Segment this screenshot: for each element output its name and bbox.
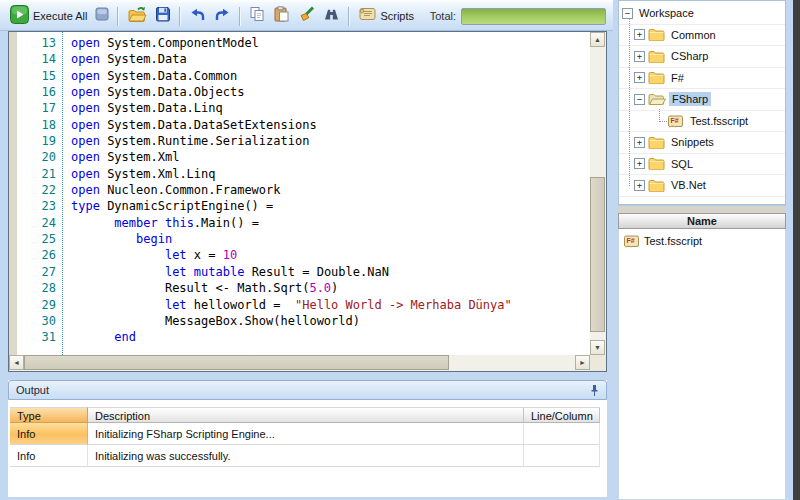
collapse-icon[interactable]: −	[634, 94, 645, 105]
tree-item-label[interactable]: F#	[668, 71, 687, 85]
output-row[interactable]: InfoInitializing was successfully.	[10, 445, 600, 467]
tree-item-label[interactable]: Common	[668, 28, 719, 42]
line-number-gutter: 13141516171819202122232425262728293031	[17, 32, 63, 355]
paste-button[interactable]	[269, 4, 293, 28]
name-column-header[interactable]: Name	[618, 213, 786, 229]
folder-closed-icon	[648, 50, 665, 63]
line-number: 18	[17, 117, 62, 133]
output-title: Output	[16, 384, 49, 396]
undo-icon	[189, 7, 206, 26]
redo-icon	[214, 7, 231, 26]
code-area[interactable]: open System.ComponentModelopen System.Da…	[64, 32, 590, 355]
toolbar-separator	[179, 7, 181, 26]
column-header-line-column[interactable]: Line/Column	[524, 407, 600, 423]
tree-item-label[interactable]: CSharp	[668, 49, 711, 63]
expand-icon[interactable]: +	[634, 29, 645, 40]
line-number: 16	[17, 84, 62, 100]
line-number: 28	[17, 280, 62, 296]
expand-icon[interactable]: +	[634, 180, 645, 191]
code-line: open System.Xml	[71, 149, 590, 165]
tree-item-label[interactable]: SQL	[668, 157, 696, 171]
column-header-type[interactable]: Type	[10, 407, 88, 423]
collapse-icon[interactable]: −	[622, 8, 633, 19]
tree-connector-line	[629, 18, 630, 186]
tree-item-sql[interactable]: +SQL	[619, 154, 785, 176]
column-header-description[interactable]: Description	[88, 407, 524, 423]
app-window: Execute All	[0, 0, 800, 500]
file-list-item[interactable]: F#Test.fsscript	[619, 229, 785, 248]
editor-vertical-scrollbar[interactable]: ▲ ▼	[590, 32, 606, 355]
vertical-scroll-thumb[interactable]	[590, 177, 605, 332]
tree-item-f[interactable]: +F#	[619, 68, 785, 90]
clear-button[interactable]	[293, 4, 319, 28]
tree-item-workspace[interactable]: −Workspace	[619, 3, 785, 25]
line-number: 29	[17, 297, 62, 313]
toolbar-separator	[348, 7, 350, 26]
tree-item-snippets[interactable]: +Snippets	[619, 132, 785, 154]
code-line: open System.Data.Objects	[71, 84, 590, 100]
tree-item-csharp[interactable]: +CSharp	[619, 46, 785, 68]
output-row[interactable]: InfoInitializing FSharp Scripting Engine…	[10, 423, 600, 445]
code-line: MessageBox.Show(helloworld)	[71, 313, 590, 329]
expand-icon[interactable]: +	[634, 51, 645, 62]
line-number: 14	[17, 51, 62, 67]
type-cell: Info	[10, 445, 88, 467]
total-progress-group: Total:	[430, 8, 606, 25]
stop-icon	[95, 7, 109, 25]
undo-button[interactable]	[185, 5, 210, 28]
copy-button[interactable]	[245, 4, 269, 28]
code-line: Result <- Math.Sqrt(5.0)	[71, 280, 590, 296]
tree-item-common[interactable]: +Common	[619, 25, 785, 47]
code-line: member this.Main() =	[71, 215, 590, 231]
expand-icon[interactable]: +	[634, 137, 645, 148]
save-button[interactable]	[151, 4, 175, 28]
tree-item-vb-net[interactable]: +VB.Net	[619, 175, 785, 197]
code-line: end	[71, 329, 590, 345]
code-line: type DynamicScriptEngine() =	[71, 198, 590, 214]
copy-icon	[249, 6, 265, 26]
tree-item-label[interactable]: VB.Net	[668, 178, 709, 192]
horizontal-scroll-thumb[interactable]	[24, 355, 449, 370]
tree-item-label[interactable]: Test.fsscript	[687, 114, 751, 128]
save-icon	[155, 6, 171, 26]
tree-connector-line	[659, 121, 667, 122]
scripts-label: Scripts	[380, 10, 414, 22]
play-icon	[10, 5, 29, 28]
scripts-button[interactable]: Scripts	[354, 5, 418, 27]
scroll-down-arrow-icon[interactable]: ▼	[590, 340, 605, 355]
editor-horizontal-scrollbar[interactable]: ◄ ►	[9, 355, 590, 371]
pin-icon[interactable]	[590, 384, 599, 397]
line-column-cell	[524, 423, 600, 445]
panel-border-strip	[786, 0, 793, 500]
execute-all-button[interactable]: Execute All	[6, 3, 91, 30]
open-button[interactable]	[123, 4, 151, 29]
redo-button[interactable]	[210, 5, 235, 28]
scroll-left-arrow-icon[interactable]: ◄	[9, 355, 24, 370]
tree-item-test-fsscript[interactable]: F#Test.fsscript	[619, 111, 785, 133]
tree-item-fsharp[interactable]: −FSharp	[619, 89, 785, 111]
description-cell: Initializing was successfully.	[88, 445, 524, 467]
brush-icon	[297, 6, 315, 26]
line-number: 27	[17, 264, 62, 280]
scroll-icon	[358, 7, 376, 25]
execute-all-label: Execute All	[33, 10, 87, 22]
line-number: 13	[17, 35, 62, 51]
scroll-right-arrow-icon[interactable]: ►	[575, 355, 590, 370]
tree-item-label[interactable]: FSharp	[669, 92, 711, 106]
stop-button[interactable]	[91, 5, 113, 27]
scroll-up-arrow-icon[interactable]: ▲	[590, 32, 605, 47]
output-title-bar: Output	[8, 380, 607, 400]
line-number: 21	[17, 166, 62, 182]
scrollbar-corner	[590, 355, 606, 371]
tree-item-label[interactable]: Snippets	[668, 135, 717, 149]
tree-item-label[interactable]: Workspace	[636, 6, 697, 20]
expand-icon[interactable]: +	[634, 72, 645, 83]
line-number: 19	[17, 133, 62, 149]
find-button[interactable]	[319, 5, 344, 27]
line-number: 24	[17, 215, 62, 231]
expand-icon[interactable]: +	[634, 158, 645, 169]
toolbar-separator	[239, 7, 241, 26]
line-number: 23	[17, 198, 62, 214]
total-progress-bar	[461, 8, 606, 25]
total-label: Total:	[430, 10, 456, 22]
